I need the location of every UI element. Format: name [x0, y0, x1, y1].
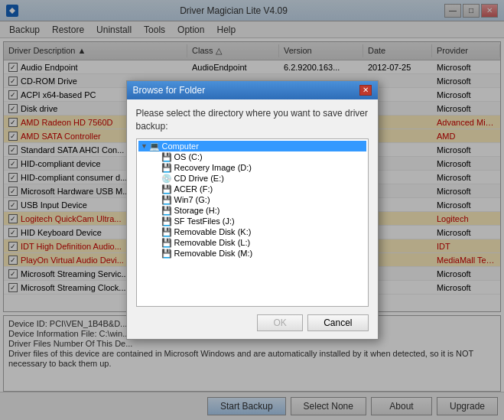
tree-label: Removable Disk (M:)	[174, 249, 253, 258]
tree-expand-arrow[interactable]	[152, 152, 161, 161]
tree-expand-arrow[interactable]	[152, 249, 161, 258]
tree-folder-icon: 💾	[161, 163, 172, 172]
tree-row[interactable]: ▼💻Computer	[138, 141, 366, 151]
tree-expand-arrow[interactable]: ▼	[140, 142, 149, 151]
tree-item[interactable]: 💾Removable Disk (K:)	[151, 226, 366, 237]
tree-folder-icon: 💾	[161, 217, 172, 226]
tree-label: Computer	[162, 142, 199, 151]
tree-label: Recovery Image (D:)	[174, 163, 252, 172]
tree-folder-icon: 💾	[161, 206, 172, 215]
modal-body: Please select the directory where you wa…	[127, 99, 378, 340]
browse-folder-dialog: Browse for Folder ✕ Please select the di…	[126, 80, 379, 340]
tree-item[interactable]: ▼💻Computer 💾OS (C:) 💾Recovery Image (D:)…	[138, 141, 366, 259]
tree-expand-arrow[interactable]	[152, 206, 161, 215]
tree-row[interactable]: 💾Recovery Image (D:)	[151, 162, 366, 173]
tree-expand-arrow[interactable]	[152, 184, 161, 194]
tree-folder-icon: 💻	[149, 142, 160, 151]
tree-expand-arrow[interactable]	[152, 238, 161, 247]
tree-row[interactable]: 💾SF TestFiles (J:)	[151, 216, 366, 226]
tree-expand-arrow[interactable]	[152, 195, 161, 204]
tree-label: ACER (F:)	[174, 184, 213, 194]
tree-row[interactable]: 💾Removable Disk (K:)	[151, 226, 366, 237]
tree-label: Win7 (G:)	[174, 195, 210, 204]
ok-button[interactable]: OK	[257, 314, 303, 331]
tree-row[interactable]: 💾OS (C:)	[151, 151, 366, 162]
tree-row[interactable]: 💾Storage (H:)	[151, 205, 366, 216]
tree-item[interactable]: 💾SF TestFiles (J:)	[151, 216, 366, 226]
modal-overlay: Browse for Folder ✕ Please select the di…	[0, 0, 504, 420]
tree-label: Removable Disk (K:)	[174, 227, 252, 236]
tree-row[interactable]: 💿CD Drive (E:)	[151, 173, 366, 184]
tree-folder-icon: 💾	[161, 152, 172, 161]
modal-close-button[interactable]: ✕	[359, 85, 372, 96]
tree-folder-icon: 💿	[161, 174, 172, 183]
tree-children: 💾OS (C:) 💾Recovery Image (D:) 💿CD Drive …	[138, 151, 366, 259]
modal-buttons: OK Cancel	[136, 314, 369, 331]
tree-folder-icon: 💾	[161, 238, 172, 247]
tree-row[interactable]: 💾Win7 (G:)	[151, 194, 366, 205]
folder-tree[interactable]: ▼💻Computer 💾OS (C:) 💾Recovery Image (D:)…	[136, 138, 369, 307]
tree-label: Removable Disk (L:)	[174, 238, 251, 247]
tree-label: Storage (H:)	[174, 206, 220, 215]
tree-expand-arrow[interactable]	[152, 163, 161, 172]
tree-item[interactable]: 💾Win7 (G:)	[151, 194, 366, 205]
cancel-button[interactable]: Cancel	[307, 314, 368, 331]
modal-title: Browse for Folder	[133, 85, 206, 96]
tree-label: SF TestFiles (J:)	[174, 217, 235, 226]
tree-row[interactable]: 💾ACER (F:)	[151, 184, 366, 194]
tree-folder-icon: 💾	[161, 227, 172, 236]
tree-item[interactable]: 💾Recovery Image (D:)	[151, 162, 366, 173]
tree-row[interactable]: 💾Removable Disk (M:)	[151, 248, 366, 259]
tree-expand-arrow[interactable]	[152, 174, 161, 183]
tree-item[interactable]: 💾OS (C:)	[151, 151, 366, 162]
tree-item[interactable]: 💾Removable Disk (L:)	[151, 237, 366, 248]
tree-folder-icon: 💾	[161, 195, 172, 204]
modal-instruction: Please select the directory where you wa…	[136, 107, 369, 133]
tree-label: OS (C:)	[174, 152, 203, 161]
tree-expand-arrow[interactable]	[152, 217, 161, 226]
tree-row[interactable]: 💾Removable Disk (L:)	[151, 237, 366, 248]
tree-folder-icon: 💾	[161, 249, 172, 258]
tree-item[interactable]: 💾Storage (H:)	[151, 205, 366, 216]
modal-title-bar: Browse for Folder ✕	[127, 81, 378, 99]
tree-label: CD Drive (E:)	[174, 174, 224, 183]
tree-folder-icon: 💾	[161, 184, 172, 194]
tree-item[interactable]: 💿CD Drive (E:)	[151, 173, 366, 184]
tree-item[interactable]: 💾Removable Disk (M:)	[151, 248, 366, 259]
tree-item[interactable]: 💾ACER (F:)	[151, 184, 366, 194]
tree-expand-arrow[interactable]	[152, 227, 161, 236]
